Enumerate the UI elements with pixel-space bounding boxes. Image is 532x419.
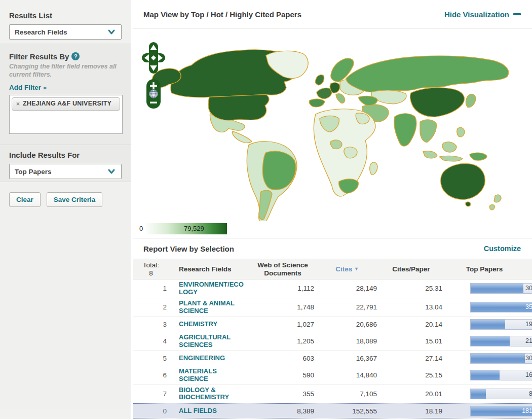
top-papers-value: 21 — [525, 337, 532, 344]
remove-filter-icon[interactable]: × — [16, 100, 20, 108]
cites-per-paper-value: 20.14 — [378, 321, 444, 328]
wos-documents-value: 1,205 — [250, 337, 316, 345]
include-results-dropdown-value: Top Papers — [15, 168, 107, 176]
map-pan-control[interactable] — [142, 42, 165, 74]
include-results-heading: Include Results For — [9, 151, 122, 159]
cites-value: 28,149 — [316, 285, 378, 292]
column-header-cites-per-paper: Cites/Paper — [378, 265, 444, 273]
top-papers-value: 181 — [522, 407, 532, 414]
total-count: Total:8 — [133, 261, 169, 277]
cites-per-paper-value: 18.19 — [378, 407, 444, 415]
table-row: 4 AGRICULTURAL SCIENCES 1,205 18,089 15.… — [133, 332, 532, 351]
map-view-title: Map View by Top / Hot / Highly Cited Pap… — [143, 10, 301, 19]
cites-value: 7,105 — [316, 390, 378, 398]
filter-tag-label: ZHEJIANG A&F UNIVERSITY — [23, 100, 111, 108]
top-papers-bar: 8 — [470, 389, 532, 399]
row-rank: 5 — [133, 355, 169, 362]
top-papers-bar: 30 — [470, 283, 532, 294]
cites-value: 14,840 — [316, 371, 378, 379]
results-list-dropdown[interactable]: Research Fields — [9, 24, 122, 40]
world-map — [133, 29, 531, 221]
cites-per-paper-value: 13.04 — [378, 303, 444, 311]
help-icon[interactable]: ? — [71, 52, 80, 60]
top-papers-bar-fill — [471, 284, 523, 293]
customize-link[interactable]: Customize — [484, 245, 521, 253]
table-row: 1 ENVIRONMENT/ECOLOGY 1,112 28,149 25.31… — [133, 280, 532, 298]
wos-documents-value: 8,389 — [250, 407, 316, 415]
active-filters-box: × ZHEJIANG A&F UNIVERSITY — [9, 95, 123, 134]
top-papers-bar-fill — [471, 320, 505, 329]
row-rank: 1 — [133, 285, 169, 292]
table-row: 7 BIOLOGY & BIOCHEMISTRY 355 7,105 20.01… — [133, 385, 532, 404]
results-list-dropdown-value: Research Fields — [15, 28, 107, 36]
cites-per-paper-value: 15.01 — [378, 337, 444, 345]
legend-min-value: 0 — [139, 225, 143, 232]
add-filter-link[interactable]: Add Filter » — [9, 84, 47, 91]
research-field-link[interactable]: BIOLOGY & BIOCHEMISTRY — [179, 387, 244, 402]
top-papers-value: 16 — [525, 371, 532, 378]
collapse-icon — [513, 13, 521, 15]
cites-per-paper-value: 25.31 — [378, 285, 444, 292]
clear-button[interactable]: Clear — [9, 192, 41, 207]
column-header-top-papers: Top Papers — [444, 265, 532, 273]
row-rank: 4 — [133, 337, 169, 345]
report-view-title: Report View by Selection — [143, 245, 234, 253]
column-header-wos-documents: Web of Science Documents — [250, 261, 316, 277]
top-papers-bar: 30 — [470, 353, 532, 364]
results-list-heading: Results List — [9, 11, 122, 20]
research-field-link[interactable]: ENGINEERING — [179, 355, 225, 362]
top-papers-value: 35 — [525, 303, 532, 310]
choropleth-map[interactable]: 0 79,529 — [133, 29, 532, 238]
research-field-link[interactable]: MATERIALS SCIENCE — [179, 368, 244, 383]
include-results-dropdown[interactable]: Top Papers — [9, 164, 122, 179]
globe-icon — [149, 90, 158, 98]
top-papers-value: 30 — [525, 285, 532, 292]
top-papers-bar: 21 — [470, 336, 532, 346]
top-papers-bar-fill — [471, 336, 510, 346]
column-header-cites[interactable]: Cites ▼ — [316, 265, 378, 273]
top-papers-bar: 35 — [470, 302, 532, 312]
filter-tag[interactable]: × ZHEJIANG A&F UNIVERSITY — [12, 97, 120, 111]
research-field-link[interactable]: CHEMISTRY — [179, 321, 217, 328]
table-row: 6 MATERIALS SCIENCE 590 14,840 25.15 16 — [133, 366, 532, 385]
row-rank: 0 — [133, 407, 169, 415]
row-rank: 7 — [133, 390, 169, 398]
table-row: 0 ALL FIELDS 8,389 152,555 18.19 181 — [133, 403, 532, 418]
row-rank: 3 — [133, 321, 169, 328]
hide-visualization-label: Hide Visualization — [444, 10, 509, 19]
top-papers-bar-fill — [471, 302, 532, 312]
top-papers-bar: 181 — [470, 406, 532, 416]
wos-documents-value: 355 — [250, 390, 316, 398]
table-row: 5 ENGINEERING 603 16,367 27.14 30 — [133, 351, 532, 366]
top-papers-bar: 19 — [470, 319, 532, 330]
cites-value: 22,791 — [316, 303, 378, 311]
map-zoom-control[interactable] — [146, 79, 161, 109]
wos-documents-value: 1,748 — [250, 303, 316, 311]
cites-value: 18,089 — [316, 337, 378, 345]
top-papers-bar-fill — [471, 354, 525, 363]
research-field-link[interactable]: AGRICULTURAL SCIENCES — [179, 334, 244, 349]
map-legend: 0 79,529 — [139, 223, 228, 234]
wos-documents-value: 1,027 — [250, 321, 316, 328]
cites-per-paper-value: 25.15 — [378, 371, 444, 379]
research-field-link[interactable]: PLANT & ANIMAL SCIENCE — [179, 300, 244, 315]
cites-value: 152,555 — [316, 407, 378, 415]
hide-visualization-link[interactable]: Hide Visualization — [444, 10, 521, 19]
cites-per-paper-value: 20.01 — [378, 390, 444, 398]
wos-documents-value: 1,112 — [250, 285, 316, 292]
table-header-row: Total:8 Research Fields Web of Science D… — [133, 259, 532, 280]
wos-documents-value: 603 — [250, 355, 316, 362]
save-criteria-button[interactable]: Save Criteria — [47, 192, 103, 207]
research-field-link[interactable]: ALL FIELDS — [179, 407, 217, 415]
table-row: 2 PLANT & ANIMAL SCIENCE 1,748 22,791 13… — [133, 298, 532, 317]
report-table-body: 1 ENVIRONMENT/ECOLOGY 1,112 28,149 25.31… — [133, 280, 532, 418]
row-rank: 2 — [133, 303, 169, 311]
row-rank: 6 — [133, 371, 169, 379]
main-panel: Map View by Top / Hot / Highly Cited Pap… — [133, 0, 532, 419]
chevron-down-icon — [107, 167, 116, 176]
research-field-link[interactable]: ENVIRONMENT/ECOLOGY — [179, 281, 244, 296]
cites-value: 20,686 — [316, 321, 378, 328]
cites-value: 16,367 — [316, 355, 378, 362]
wos-documents-value: 590 — [250, 371, 316, 379]
column-header-research-fields: Research Fields — [169, 265, 250, 273]
